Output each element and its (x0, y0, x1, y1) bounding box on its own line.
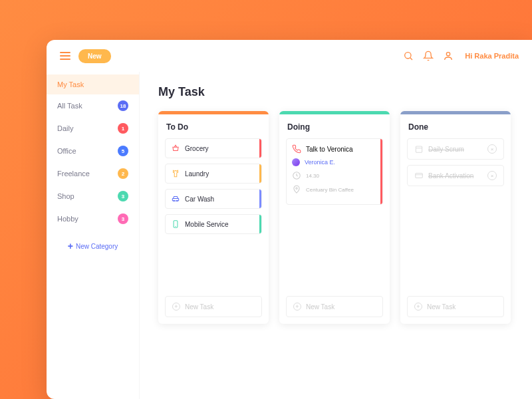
task-card[interactable]: Mobile Service (165, 214, 262, 234)
location-icon (292, 185, 301, 194)
count-badge: 1 (118, 123, 128, 134)
sidebar: My Task All Task18 Daily1 Office5 Freela… (47, 72, 140, 399)
sidebar-item-hobby[interactable]: Hobby3 (47, 207, 139, 230)
avatar (292, 158, 300, 166)
column-title: Doing (279, 114, 390, 138)
task-card[interactable]: Car Wash (165, 189, 262, 209)
svg-point-9 (296, 188, 297, 189)
task-label: Laundry (185, 170, 209, 178)
time-label: 14.30 (306, 173, 319, 179)
main: My Task All Task18 Daily1 Office5 Freela… (47, 72, 532, 399)
call-icon (292, 144, 301, 154)
column-body: Talk to Veronica Veronica E. 14.30 Centu… (279, 138, 390, 289)
column-body: Grocery Laundry Car Wash (158, 138, 269, 289)
sidebar-item-label: Daily (57, 124, 73, 132)
task-label: Car Wash (185, 196, 214, 203)
clock-icon (292, 171, 301, 180)
new-button[interactable]: New (78, 49, 111, 63)
count-badge: 2 (118, 168, 128, 179)
svg-rect-12 (416, 174, 423, 178)
task-card-done[interactable]: Daily Scrum × (407, 138, 504, 160)
search-icon[interactable] (402, 50, 414, 62)
car-icon (171, 194, 180, 203)
new-task-button[interactable]: +New Task (407, 296, 504, 317)
close-icon[interactable]: × (487, 144, 497, 154)
sidebar-item-label: Hobby (57, 215, 78, 223)
app-window: New Hi Raka Pradita My Task All Task18 D… (47, 40, 532, 399)
sidebar-item-freelance[interactable]: Freelance2 (47, 162, 139, 185)
sidebar-item-label: Office (57, 147, 76, 155)
sidebar-item-shop[interactable]: Shop3 (47, 185, 139, 207)
column-done: Done Daily Scrum × Bank Activation × (400, 111, 511, 324)
column-title: To Do (158, 114, 269, 138)
basket-icon (171, 144, 180, 153)
plus-circle-icon: + (414, 303, 422, 311)
svg-point-0 (405, 53, 411, 59)
task-label: Talk to Veronica (306, 146, 353, 153)
page-title: My Task (158, 85, 513, 99)
count-badge: 3 (118, 213, 128, 224)
menu-icon[interactable] (60, 52, 70, 60)
task-label: Grocery (185, 145, 209, 152)
greeting-text: Hi Raka Pradita (465, 52, 519, 60)
phone-icon (171, 219, 180, 229)
task-label: Daily Scrum (428, 146, 483, 153)
close-icon[interactable]: × (487, 171, 497, 180)
shirt-icon (171, 169, 180, 178)
bell-icon[interactable] (422, 50, 434, 62)
sidebar-item-office[interactable]: Office5 (47, 140, 139, 162)
count-badge: 3 (118, 191, 128, 201)
sidebar-item-my-task[interactable]: My Task (47, 74, 139, 94)
sidebar-item-all-task[interactable]: All Task18 (47, 94, 139, 117)
card-stripe (259, 164, 261, 183)
user-icon[interactable] (442, 50, 454, 62)
card-stripe (259, 215, 261, 233)
card-icon (414, 171, 424, 180)
card-stripe (259, 190, 261, 208)
svg-line-1 (410, 58, 412, 60)
plus-circle-icon: + (293, 303, 301, 311)
sidebar-item-label: Shop (57, 192, 74, 200)
new-task-label: New Task (306, 303, 334, 311)
svg-point-2 (447, 53, 450, 56)
plus-circle-icon: + (172, 303, 180, 311)
new-category-button[interactable]: +New Category (47, 230, 139, 262)
count-badge: 5 (118, 146, 128, 156)
sidebar-item-label: Freelance (57, 170, 90, 178)
new-category-label: New Category (76, 243, 118, 250)
new-task-label: New Task (185, 303, 213, 311)
sidebar-item-daily[interactable]: Daily1 (47, 117, 139, 140)
new-task-button[interactable]: +New Task (286, 296, 383, 317)
content: My Task To Do Grocery Laundry (140, 72, 532, 399)
task-card[interactable]: Grocery (165, 138, 262, 158)
location-label: Centuary Bin Caffee (306, 187, 354, 193)
person-label: Veronica E. (305, 159, 335, 166)
task-card-done[interactable]: Bank Activation × (407, 165, 504, 186)
task-card-expanded[interactable]: Talk to Veronica Veronica E. 14.30 Centu… (286, 138, 383, 205)
count-badge: 18 (118, 100, 128, 111)
topbar: New Hi Raka Pradita (47, 40, 532, 72)
svg-rect-10 (416, 146, 422, 152)
column-doing: Doing Talk to Veronica Veronica E. 14.30… (279, 111, 390, 324)
kanban-board: To Do Grocery Laundry (158, 111, 513, 324)
calendar-icon (414, 144, 424, 154)
column-body: Daily Scrum × Bank Activation × (400, 138, 511, 289)
new-task-button[interactable]: +New Task (165, 296, 262, 317)
task-card[interactable]: Laundry (165, 164, 262, 184)
task-label: Mobile Service (185, 221, 229, 228)
column-todo: To Do Grocery Laundry (158, 111, 269, 324)
sidebar-item-label: My Task (57, 80, 84, 88)
card-stripe (259, 139, 261, 158)
task-label: Bank Activation (428, 172, 483, 180)
sidebar-item-label: All Task (57, 102, 82, 110)
new-task-label: New Task (427, 303, 456, 311)
column-title: Done (400, 114, 511, 138)
plus-icon: + (68, 241, 73, 251)
card-stripe (380, 139, 382, 204)
